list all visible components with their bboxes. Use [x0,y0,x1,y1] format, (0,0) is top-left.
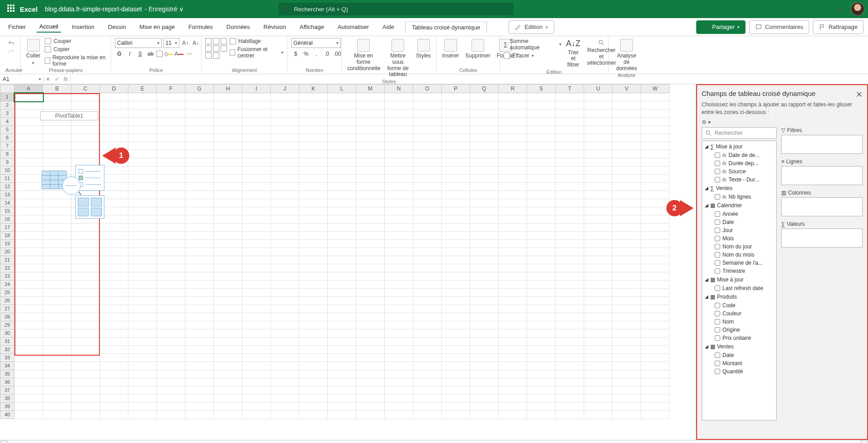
increase-font-icon[interactable]: A↑ [181,39,190,47]
autosum-button[interactable]: ∑Somme automatique▾ [504,38,561,51]
field-table-header[interactable]: ◢ ▦ Calendrier [703,201,775,210]
row-header[interactable]: 3 [0,110,14,118]
col-header-S[interactable]: S [527,84,556,93]
field-item[interactable]: Nom du mois [703,251,775,259]
field-item[interactable]: Quantité [703,367,775,376]
align-left-icon[interactable] [205,45,212,52]
document-name[interactable]: blog.ddata.fr-simple-report-dataset [45,5,142,13]
row-header[interactable]: 22 [0,264,14,272]
merge-center-button[interactable]: Fusionner et centrer▾ [230,46,283,59]
row-header[interactable]: 2 [0,101,14,110]
row-header[interactable]: 20 [0,248,14,256]
col-header-N[interactable]: N [385,84,413,93]
fx-cancel-icon[interactable]: ✕ [46,76,50,82]
field-item[interactable]: Couleur [703,310,775,318]
tab-automatiser[interactable]: Automatiser [335,22,372,32]
clear-button[interactable]: Effacer▾ [504,52,561,59]
copy-button[interactable]: Copier [45,46,107,52]
field-table-header[interactable]: ◢ ▦ Ventes [703,342,775,351]
col-header-U[interactable]: U [584,84,613,93]
edition-button[interactable]: Edition∨ [509,20,554,34]
row-header[interactable]: 33 [0,354,14,362]
field-checkbox[interactable] [715,352,720,358]
more-font-icon[interactable]: ⋯ [185,50,194,58]
comments-button[interactable]: Commentaires [749,20,809,34]
row-header[interactable]: 30 [0,329,14,338]
field-item[interactable]: fxTexte - Dur... [703,176,775,184]
tab-revision[interactable]: Révision [261,22,289,32]
field-table-header[interactable]: ◢ ∑ Mise à jour [703,142,775,151]
col-header-A[interactable]: A [14,84,43,93]
field-item[interactable]: Origine [703,326,775,334]
row-header[interactable]: 34 [0,362,14,370]
align-right-icon[interactable] [221,45,227,52]
field-item[interactable]: Mois [703,234,775,243]
font-size-select[interactable]: 11▾ [163,38,179,48]
settings-icon[interactable] [836,5,844,13]
increase-decimal-icon[interactable]: .0 [322,50,331,58]
number-format-select[interactable]: Général▾ [291,38,341,48]
col-header-V[interactable]: V [613,84,641,93]
tab-affichage[interactable]: Affichage [297,22,327,32]
delete-button[interactable]: Supprimer [463,38,492,60]
col-header-D[interactable]: D [100,84,128,93]
field-checkbox[interactable] [715,244,720,249]
align-top-icon[interactable] [205,38,212,44]
row-header[interactable]: 38 [0,395,14,403]
catchup-button[interactable]: Rattrapage [813,20,863,34]
row-header[interactable]: 6 [0,134,14,142]
tab-miseenpage[interactable]: Mise en page [137,22,178,32]
format-table-button[interactable]: Mettre sous forme de tableau [384,38,411,79]
row-header[interactable]: 11 [0,175,14,183]
field-checkbox[interactable] [715,327,720,333]
row-header[interactable]: 39 [0,403,14,411]
col-header-K[interactable]: K [299,84,328,93]
decrease-font-icon[interactable]: A↓ [191,39,200,47]
row-header[interactable]: 25 [0,289,14,297]
col-header-G[interactable]: G [185,84,214,93]
strike-button[interactable]: ab [146,50,155,58]
col-header-L[interactable]: L [328,84,356,93]
row-header[interactable]: 4 [0,118,14,126]
horizontal-scrollbar[interactable]: ◂ ▸ [0,440,868,443]
field-item[interactable]: Jour [703,226,775,234]
scroll-left-icon[interactable]: ◂ [0,441,7,443]
indent-inc-icon[interactable] [213,52,219,59]
row-header[interactable]: 31 [0,338,14,346]
field-checkbox[interactable] [715,152,720,158]
tab-fichier[interactable]: Fichier [5,22,28,32]
row-header[interactable]: 23 [0,272,14,281]
field-item[interactable]: Last refresh date [703,284,775,292]
row-header[interactable]: 26 [0,297,14,305]
row-header[interactable]: 40 [0,411,14,419]
field-checkbox[interactable] [715,361,720,366]
tab-aide[interactable]: Aide [380,22,397,32]
col-header-P[interactable]: P [442,84,470,93]
field-checkbox[interactable] [715,219,720,225]
close-icon[interactable]: ✕ [856,90,863,100]
pane-gear-icon[interactable]: ⚙ ▾ [702,119,711,125]
styles-button[interactable]: Styles [414,38,433,60]
app-launcher-icon[interactable] [7,5,16,14]
cut-button[interactable]: Couper [45,38,107,44]
field-item[interactable]: Date [703,351,775,359]
conditional-format-button[interactable]: Mise en forme conditionnelle [345,38,382,72]
field-checkbox[interactable] [715,161,720,166]
row-header[interactable]: 12 [0,183,14,191]
field-item[interactable]: fxDurée dep... [703,159,775,167]
underline-button[interactable]: S [136,50,145,58]
field-checkbox[interactable] [715,228,720,233]
filters-dropzone[interactable]: ▽Filtres [781,127,863,154]
row-header[interactable]: 28 [0,313,14,321]
field-item[interactable]: Prix unitaire [703,334,775,342]
row-header[interactable]: 29 [0,321,14,329]
field-checkbox[interactable] [715,252,720,257]
field-item[interactable]: Code [703,301,775,310]
field-checkbox[interactable] [715,303,720,308]
redo-icon[interactable] [8,48,15,55]
currency-icon[interactable]: $ [291,50,300,58]
field-checkbox[interactable] [715,177,720,182]
tab-dessin[interactable]: Dessin [105,22,129,32]
row-header[interactable]: 24 [0,281,14,289]
row-header[interactable]: 9 [0,158,14,167]
